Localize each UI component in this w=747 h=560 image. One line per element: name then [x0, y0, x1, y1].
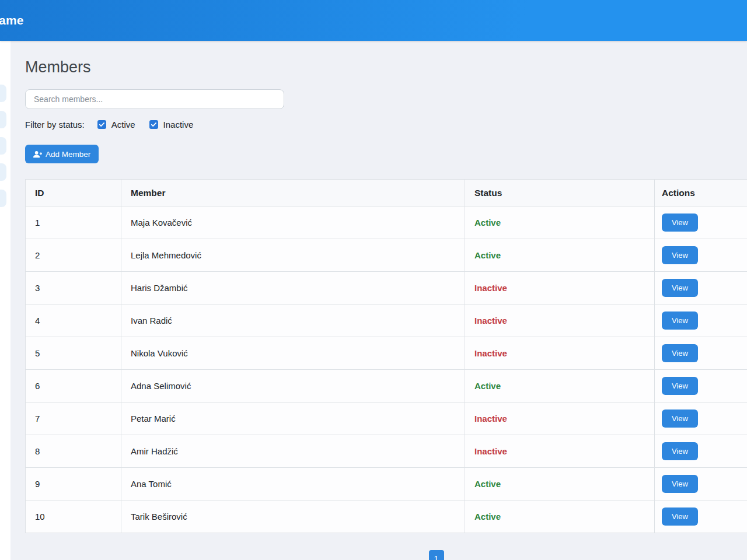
- member-status-cell: Inactive: [465, 272, 655, 304]
- status-badge: Inactive: [474, 414, 507, 424]
- pagination: 1: [25, 550, 747, 560]
- member-actions-cell: View: [655, 206, 747, 239]
- column-header-actions: Actions: [655, 180, 747, 206]
- table-row: 4 Ivan Radić Inactive View: [26, 304, 747, 337]
- main-content: Members Filter by status: Active Inactiv…: [25, 41, 747, 560]
- status-badge: Active: [474, 479, 501, 489]
- status-badge: Inactive: [474, 283, 507, 293]
- view-button[interactable]: View: [662, 344, 698, 362]
- column-header-member: Member: [121, 180, 465, 206]
- member-actions-cell: View: [655, 402, 747, 435]
- member-name-cell: Lejla Mehmedović: [121, 239, 465, 272]
- member-name-cell: Ana Tomić: [121, 468, 465, 501]
- member-status-cell: Inactive: [465, 337, 655, 370]
- status-badge: Active: [474, 381, 501, 391]
- sidebar-pill: [0, 137, 6, 155]
- add-member-button[interactable]: Add Member: [25, 145, 99, 163]
- member-actions-cell: View: [655, 468, 747, 501]
- member-name-cell: Amir Hadžić: [121, 435, 465, 468]
- member-name-cell: Nikola Vuković: [121, 337, 465, 370]
- status-filter: Filter by status: Active Inactive: [25, 120, 747, 130]
- member-id-cell: 10: [26, 501, 121, 533]
- member-status-cell: Inactive: [465, 402, 655, 435]
- table-row: 7 Petar Marić Inactive View: [26, 402, 747, 435]
- member-status-cell: Active: [465, 468, 655, 501]
- table-row: 10 Tarik Beširović Active View: [26, 501, 747, 533]
- table-row: 6 Adna Selimović Active View: [26, 370, 747, 402]
- table-row: 9 Ana Tomić Active View: [26, 468, 747, 501]
- column-header-id: ID: [26, 180, 121, 206]
- member-id-cell: 8: [26, 435, 121, 468]
- view-button[interactable]: View: [662, 279, 698, 297]
- page-title: Members: [25, 58, 747, 76]
- status-badge: Active: [474, 218, 501, 228]
- table-row: 8 Amir Hadžić Inactive View: [26, 435, 747, 468]
- status-badge: Inactive: [474, 446, 507, 456]
- member-name-cell: Adna Selimović: [121, 370, 465, 402]
- member-name-cell: Tarik Beširović: [121, 501, 465, 533]
- filter-option-label: Inactive: [163, 120, 194, 130]
- sidebar-pill: [0, 190, 6, 207]
- table-row: 2 Lejla Mehmedović Active View: [26, 239, 747, 272]
- page-button-1[interactable]: 1: [429, 550, 444, 560]
- status-badge: Active: [474, 250, 501, 260]
- app-window: ame Members Filter by status: Active Ina…: [0, 0, 747, 560]
- member-name-cell: Petar Marić: [121, 402, 465, 435]
- view-button[interactable]: View: [662, 312, 698, 330]
- status-badge: Active: [474, 512, 501, 522]
- brand-link[interactable]: ame: [0, 13, 24, 27]
- member-id-cell: 4: [26, 304, 121, 337]
- member-id-cell: 5: [26, 337, 121, 370]
- sidebar-pill: [0, 163, 6, 181]
- checkbox-checked-icon[interactable]: [149, 120, 158, 129]
- column-header-status: Status: [465, 180, 655, 206]
- table-row: 1 Maja Kovačević Active View: [26, 206, 747, 239]
- member-actions-cell: View: [655, 337, 747, 370]
- top-navbar: ame: [0, 0, 747, 41]
- member-id-cell: 6: [26, 370, 121, 402]
- member-name-cell: Ivan Radić: [121, 304, 465, 337]
- member-actions-cell: View: [655, 501, 747, 533]
- member-id-cell: 3: [26, 272, 121, 304]
- member-id-cell: 9: [26, 468, 121, 501]
- member-actions-cell: View: [655, 239, 747, 272]
- filter-checkbox-active[interactable]: Active: [97, 120, 135, 130]
- view-button[interactable]: View: [662, 246, 698, 264]
- sidebar-pill: [0, 111, 6, 128]
- table-row: 3 Haris Džambić Inactive View: [26, 272, 747, 304]
- search-input[interactable]: [25, 89, 284, 109]
- table-row: 5 Nikola Vuković Inactive View: [26, 337, 747, 370]
- members-table: ID Member Status Actions 1 Maja Kovačevi…: [25, 179, 747, 533]
- member-id-cell: 7: [26, 402, 121, 435]
- member-status-cell: Inactive: [465, 304, 655, 337]
- view-button[interactable]: View: [662, 377, 698, 395]
- member-actions-cell: View: [655, 304, 747, 337]
- view-button[interactable]: View: [662, 442, 698, 460]
- member-name-cell: Haris Džambić: [121, 272, 465, 304]
- view-button[interactable]: View: [662, 475, 698, 493]
- member-id-cell: 1: [26, 206, 121, 239]
- add-member-label: Add Member: [46, 150, 90, 159]
- filter-label: Filter by status:: [25, 120, 85, 130]
- status-badge: Inactive: [474, 348, 507, 358]
- member-status-cell: Active: [465, 501, 655, 533]
- checkbox-checked-icon[interactable]: [97, 120, 106, 129]
- left-side-strip: [0, 41, 11, 560]
- table-header-row: ID Member Status Actions: [26, 180, 747, 206]
- view-button[interactable]: View: [662, 410, 698, 428]
- filter-option-label: Active: [111, 120, 135, 130]
- member-actions-cell: View: [655, 370, 747, 402]
- member-status-cell: Active: [465, 206, 655, 239]
- person-plus-icon: [33, 150, 42, 159]
- member-id-cell: 2: [26, 239, 121, 272]
- member-name-cell: Maja Kovačević: [121, 206, 465, 239]
- member-status-cell: Active: [465, 370, 655, 402]
- member-status-cell: Inactive: [465, 435, 655, 468]
- member-actions-cell: View: [655, 272, 747, 304]
- view-button[interactable]: View: [662, 508, 698, 526]
- view-button[interactable]: View: [662, 214, 698, 232]
- member-actions-cell: View: [655, 435, 747, 468]
- sidebar-pill: [0, 85, 6, 102]
- filter-checkbox-inactive[interactable]: Inactive: [149, 120, 194, 130]
- status-badge: Inactive: [474, 316, 507, 326]
